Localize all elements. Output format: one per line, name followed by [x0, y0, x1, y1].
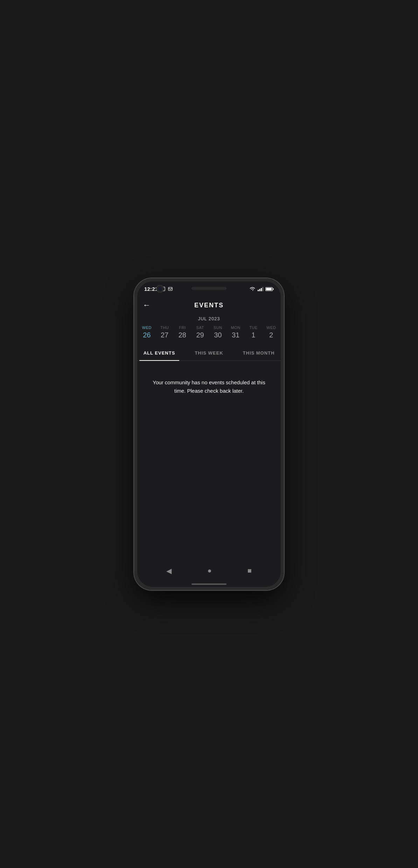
tab-all-events[interactable]: ALL EVENTS [134, 345, 184, 360]
phone-frame: 12:21 [134, 278, 284, 590]
empty-state-message: Your community has no events scheduled a… [148, 378, 270, 395]
back-button[interactable]: ← [140, 299, 153, 311]
day-name: WED [266, 326, 276, 330]
bottom-bar-indicator [191, 583, 227, 585]
day-number: 2 [269, 331, 273, 339]
day-name: MON [231, 326, 241, 330]
svg-rect-3 [168, 287, 172, 290]
svg-rect-9 [273, 288, 274, 290]
signal-icon [258, 287, 263, 291]
day-number: 31 [232, 331, 239, 339]
nav-back-button[interactable]: ◀ [161, 565, 176, 577]
day-col-30[interactable]: SUN30 [210, 326, 226, 339]
day-col-27[interactable]: THU27 [156, 326, 173, 339]
day-col-28[interactable]: FRI28 [174, 326, 190, 339]
tab-this-month[interactable]: THIS MONTH [234, 345, 284, 360]
day-name: SAT [196, 326, 204, 330]
day-name: THU [160, 326, 169, 330]
header: ← EVENTS [134, 298, 284, 314]
svg-rect-4 [258, 290, 259, 291]
speaker [191, 287, 227, 290]
day-number: 27 [161, 331, 168, 339]
svg-rect-10 [266, 288, 272, 290]
day-col-2[interactable]: WED2 [263, 326, 279, 339]
wifi-icon [249, 287, 256, 291]
empty-state: Your community has no events scheduled a… [134, 361, 284, 559]
day-name: TUE [249, 326, 258, 330]
bottom-nav: ◀ ● ■ [134, 559, 284, 590]
month-label: JUL 2023 [134, 316, 284, 321]
svg-rect-6 [261, 288, 262, 291]
battery-icon [265, 287, 274, 291]
nav-home-button[interactable]: ● [202, 565, 216, 577]
day-number: 30 [214, 331, 222, 339]
day-col-26[interactable]: WED26 [139, 326, 155, 339]
day-name: FRI [179, 326, 186, 330]
status-icons [249, 287, 274, 291]
day-number: 1 [251, 331, 255, 339]
page-title: EVENTS [141, 302, 277, 309]
day-name: WED [142, 326, 152, 330]
svg-rect-5 [259, 289, 260, 291]
nav-recent-button[interactable]: ■ [243, 565, 257, 577]
calendar-nav: JUL 2023 WED26THU27FRI28SAT29SUN30MON31T… [134, 314, 284, 343]
notification2-icon [168, 287, 173, 291]
camera [156, 285, 164, 293]
tab-this-week[interactable]: THIS WEEK [184, 345, 234, 360]
tabs: ALL EVENTSTHIS WEEKTHIS MONTH [134, 345, 284, 361]
week-days: WED26THU27FRI28SAT29SUN30MON31TUE1WED2 [134, 326, 284, 339]
day-col-1[interactable]: TUE1 [245, 326, 262, 339]
day-col-31[interactable]: MON31 [228, 326, 244, 339]
svg-rect-7 [263, 287, 264, 291]
app-content: ← EVENTS JUL 2023 WED26THU27FRI28SAT29SU… [134, 297, 284, 559]
day-col-29[interactable]: SAT29 [192, 326, 208, 339]
day-name: SUN [214, 326, 222, 330]
screen: 12:21 [134, 279, 284, 590]
day-number: 28 [179, 331, 186, 339]
day-number: 29 [196, 331, 204, 339]
day-number: 26 [143, 331, 151, 339]
